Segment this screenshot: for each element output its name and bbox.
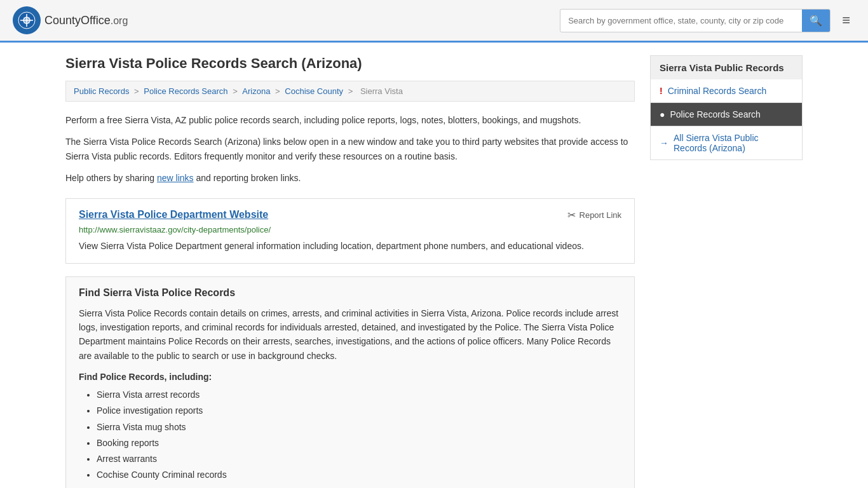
find-including-label: Find Police Records, including:: [79, 372, 621, 382]
intro-text-2: The Sierra Vista Police Records Search (…: [65, 135, 635, 163]
logo-text: CountyOffice.org: [44, 14, 128, 27]
page-title: Sierra Vista Police Records Search (Ariz…: [65, 55, 635, 72]
intro-3-end: and reporting broken links.: [194, 173, 301, 183]
record-card: Sierra Vista Police Department Website ✂…: [65, 198, 635, 264]
search-input[interactable]: [560, 11, 802, 30]
breadcrumb-sep-2: >: [233, 86, 240, 96]
report-link-button[interactable]: ✂ Report Link: [567, 209, 621, 221]
breadcrumb-sep-1: >: [134, 86, 141, 96]
breadcrumb-sep-4: >: [348, 86, 355, 96]
breadcrumb-arizona[interactable]: Arizona: [242, 86, 270, 96]
find-section-body: Sierra Vista Police Records contain deta…: [79, 306, 621, 363]
record-card-header: Sierra Vista Police Department Website ✂…: [79, 209, 621, 221]
sidebar-item-criminal-records[interactable]: ! Criminal Records Search: [650, 79, 803, 103]
content-area: Sierra Vista Police Records Search (Ariz…: [65, 55, 635, 488]
breadcrumb-cochise-county[interactable]: Cochise County: [285, 86, 343, 96]
find-section: Find Sierra Vista Police Records Sierra …: [65, 276, 635, 488]
police-records-label: Police Records Search: [670, 109, 760, 119]
exclamation-icon: !: [660, 86, 663, 96]
list-item: Cochise County Criminal records: [97, 467, 621, 483]
breadcrumb-public-records[interactable]: Public Records: [74, 86, 129, 96]
sidebar: Sierra Vista Public Records ! Criminal R…: [650, 55, 803, 488]
logo-name: CountyOffice: [44, 14, 111, 27]
logo-area[interactable]: CountyOffice.org: [13, 6, 128, 34]
breadcrumb-sep-3: >: [275, 86, 282, 96]
list-item: Sierra Vista mug shots: [97, 419, 621, 435]
all-records-link[interactable]: All Sierra Vista Public Records (Arizona…: [674, 133, 793, 153]
find-section-title: Find Sierra Vista Police Records: [79, 287, 621, 299]
search-button[interactable]: 🔍: [802, 10, 830, 32]
breadcrumb: Public Records > Police Records Search >…: [65, 81, 635, 102]
bullet-icon: ●: [660, 109, 665, 119]
sidebar-title: Sierra Vista Public Records: [650, 55, 803, 79]
search-bar[interactable]: 🔍: [560, 9, 831, 32]
list-item: Police investigation reports: [97, 403, 621, 419]
header-right: 🔍 ≡: [560, 9, 855, 32]
arrow-icon: →: [660, 138, 668, 148]
list-item: Booking reports: [97, 435, 621, 451]
site-header: CountyOffice.org 🔍 ≡: [0, 0, 868, 43]
list-item: Sierra Vista arrest records: [97, 387, 621, 403]
hamburger-menu-icon[interactable]: ≡: [837, 10, 855, 31]
intro-3-start: Help others by sharing: [65, 173, 157, 183]
record-title-link[interactable]: Sierra Vista Police Department Website: [79, 209, 268, 220]
criminal-records-link[interactable]: Criminal Records Search: [668, 86, 767, 96]
list-item: Arrest warrants: [97, 451, 621, 467]
report-link-icon: ✂: [567, 209, 576, 221]
intro-text-1: Perform a free Sierra Vista, AZ public p…: [65, 113, 635, 127]
report-link-label: Report Link: [580, 210, 621, 220]
breadcrumb-police-records-search[interactable]: Police Records Search: [144, 86, 227, 96]
sidebar-item-all-records[interactable]: → All Sierra Vista Public Records (Arizo…: [650, 126, 803, 160]
intro-text-3: Help others by sharing new links and rep…: [65, 171, 635, 185]
find-list: Sierra Vista arrest records Police inves…: [79, 387, 621, 483]
record-url[interactable]: http://www.sierravistaaz.gov/city-depart…: [79, 225, 621, 234]
logo-suffix: .org: [111, 15, 128, 26]
sidebar-item-police-records[interactable]: ● Police Records Search: [650, 103, 803, 126]
breadcrumb-sierra-vista: Sierra Vista: [360, 86, 403, 96]
record-description: View Sierra Vista Police Department gene…: [79, 240, 621, 253]
logo-icon: [13, 6, 41, 34]
main-container: Sierra Vista Police Records Search (Ariz…: [53, 43, 815, 488]
new-links-link[interactable]: new links: [157, 173, 194, 183]
